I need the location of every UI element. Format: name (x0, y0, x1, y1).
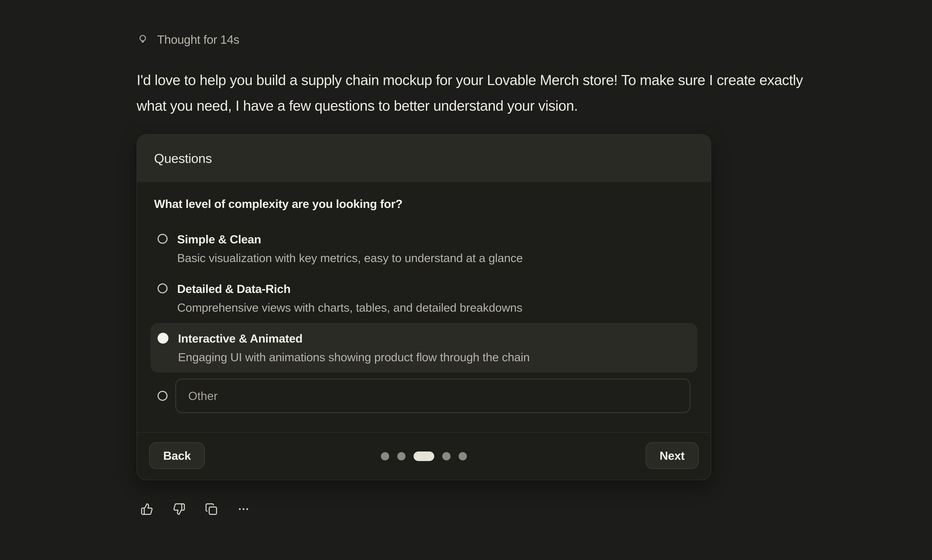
option-label: Interactive & Animated (178, 331, 530, 346)
chat-message-area: Thought for 14s I'd love to help you bui… (0, 0, 932, 560)
other-input[interactable] (176, 378, 690, 413)
questions-card: Questions What level of complexity are y… (137, 134, 711, 480)
option-interactive-animated[interactable]: Interactive & Animated Engaging UI with … (151, 323, 697, 372)
page-dot (442, 452, 451, 460)
questions-card-footer: Back Next (137, 432, 711, 480)
page-dot (381, 452, 389, 460)
thumbs-down-button[interactable] (173, 503, 185, 515)
option-detailed-data-rich[interactable]: Detailed & Data-Rich Comprehensive views… (151, 273, 697, 323)
option-description: Engaging UI with animations showing prod… (178, 349, 530, 365)
pagination-dots (381, 451, 467, 461)
option-label: Simple & Clean (177, 232, 523, 247)
page-dot (459, 452, 467, 460)
page-dot (397, 452, 406, 460)
more-options-button[interactable] (237, 503, 250, 515)
ellipsis-icon (237, 503, 250, 515)
questions-card-body: What level of complexity are you looking… (137, 182, 711, 432)
option-description: Comprehensive views with charts, tables,… (177, 300, 522, 315)
lightbulb-icon (137, 33, 149, 46)
next-button[interactable]: Next (645, 442, 698, 469)
page-dot-active (414, 451, 434, 461)
thumbs-down-icon (173, 503, 185, 515)
message-actions (140, 503, 932, 515)
option-simple-clean[interactable]: Simple & Clean Basic visualization with … (151, 224, 697, 273)
radio-button[interactable] (157, 234, 168, 244)
options-list: Simple & Clean Basic visualization with … (154, 224, 694, 413)
back-button[interactable]: Back (149, 442, 205, 469)
copy-button[interactable] (205, 503, 217, 515)
assistant-message-text: I'd love to help you build a supply chai… (137, 67, 826, 118)
question-text: What level of complexity are you looking… (154, 196, 694, 212)
thumbs-up-icon (140, 503, 153, 515)
questions-card-header: Questions (137, 135, 711, 182)
thinking-toggle[interactable]: Thought for 14s (137, 32, 239, 46)
option-label: Detailed & Data-Rich (177, 281, 522, 297)
card-title: Questions (154, 151, 212, 166)
option-other[interactable] (151, 378, 697, 413)
option-description: Basic visualization with key metrics, ea… (177, 250, 523, 266)
thumbs-up-button[interactable] (140, 503, 153, 515)
radio-button[interactable] (157, 283, 168, 293)
radio-button[interactable] (157, 391, 168, 401)
radio-button-selected[interactable] (157, 333, 168, 344)
copy-icon (205, 503, 217, 515)
thinking-duration-label: Thought for 14s (157, 32, 239, 46)
